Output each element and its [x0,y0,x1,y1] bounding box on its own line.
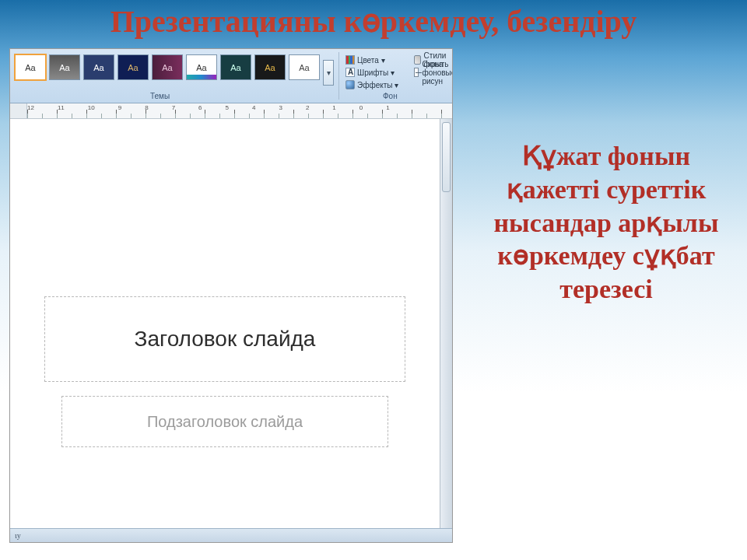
ruler-numbers: 12 11 10 9 8 7 6 5 4 3 2 1 0 1 [27,104,390,111]
theme-thumb[interactable]: Aa [117,54,149,80]
fonts-icon [345,68,355,77]
ruler-num: 1 [386,104,389,111]
effects-icon [345,80,355,89]
title-placeholder[interactable]: Заголовок слайда [44,296,405,382]
ruler-num: 7 [172,104,175,111]
theme-thumb[interactable]: Aa [83,54,114,80]
ruler-num: 12 [27,104,34,111]
ruler-num: 8 [145,104,148,111]
scrollbar-thumb[interactable] [442,122,451,192]
theme-thumb[interactable]: Aa [186,54,217,80]
fonts-label: Шрифты [357,68,388,77]
theme-aa: Aa [59,63,69,72]
theme-aa: Aa [230,63,240,72]
ruler-num: 6 [198,104,202,111]
powerpoint-screenshot: Aa Aa Aa Aa Aa Aa Aa Aa Aa ▾ Темы Цвета▾… [9,48,453,543]
title-placeholder-text: Заголовок слайда [135,327,316,352]
ruler-num: 1 [332,104,335,111]
effects-label: Эффекты [357,81,392,89]
subtitle-placeholder-text: Подзаголовок слайда [147,413,303,431]
theme-aa: Aa [196,63,206,72]
status-text: ιу [15,531,21,540]
ruler-num: 11 [58,104,65,111]
bg-right-column: Стили фона▾ Скрыть фоновые рисун [414,54,453,79]
slide-canvas-area: Заголовок слайда Подзаголовок слайда [10,119,440,528]
theme-aa: Aa [265,63,275,72]
theme-aa: Aa [299,63,309,72]
chevron-down-icon: ▾ [395,81,398,89]
bg-styles-icon [414,55,421,65]
chevron-down-icon: ▾ [391,68,395,77]
ruler-num: 9 [118,104,121,111]
ruler-num: 5 [226,104,229,111]
subtitle-placeholder[interactable]: Подзаголовок слайда [61,396,388,447]
ruler-num: 0 [359,104,363,111]
background-group: Цвета▾ Шрифты▾ Эффекты▾ Стили фона▾ Скры… [339,49,452,103]
ruler-corner [10,103,27,119]
theme-thumb[interactable]: Aa [152,54,183,80]
description-panel: Құжат фонын қажетті суреттік нысандар ар… [453,48,738,551]
slide[interactable]: Заголовок слайда Подзаголовок слайда [21,128,429,520]
theme-thumb[interactable]: Aa [289,54,320,80]
theme-aa: Aa [162,63,172,72]
theme-aa: Aa [93,63,103,72]
checkbox-icon [414,68,419,77]
status-bar: ιу [10,528,452,542]
bg-hide-checkbox[interactable]: Скрыть фоновые рисун [414,66,453,79]
description-text: Құжат фонын қажетті суреттік нысандар ар… [479,140,733,306]
themes-group-label: Темы [150,92,170,100]
theme-aa: Aa [25,63,35,72]
theme-thumb[interactable]: Aa [220,54,251,80]
ruler-num: 2 [306,104,309,111]
colors-label: Цвета [357,56,379,65]
ruler-num: 4 [252,104,255,111]
palette-icon [345,55,355,65]
ruler-num: 3 [279,104,282,111]
themes-more-button[interactable]: ▾ [323,60,334,86]
ruler-num: 10 [88,104,95,111]
chevron-down-icon: ▾ [381,56,385,65]
ribbon: Aa Aa Aa Aa Aa Aa Aa Aa Aa ▾ Темы Цвета▾… [10,49,452,103]
theme-thumb[interactable]: Aa [15,54,46,80]
bg-group-label: Фон [383,92,398,100]
bg-hide-label: Скрыть фоновые рисун [422,60,453,86]
vertical-scrollbar[interactable] [440,119,452,528]
horizontal-ruler: 12 11 10 9 8 7 6 5 4 3 2 1 0 1 [10,103,452,119]
content-row: Aa Aa Aa Aa Aa Aa Aa Aa Aa ▾ Темы Цвета▾… [9,48,738,551]
theme-aa: Aa [128,63,138,72]
page-title: Презентацияны көркемдеу, безендіру [0,0,747,40]
themes-gallery[interactable]: Aa Aa Aa Aa Aa Aa Aa Aa Aa ▾ [10,49,338,103]
theme-thumb[interactable]: Aa [49,54,80,80]
theme-thumb[interactable]: Aa [254,54,286,80]
